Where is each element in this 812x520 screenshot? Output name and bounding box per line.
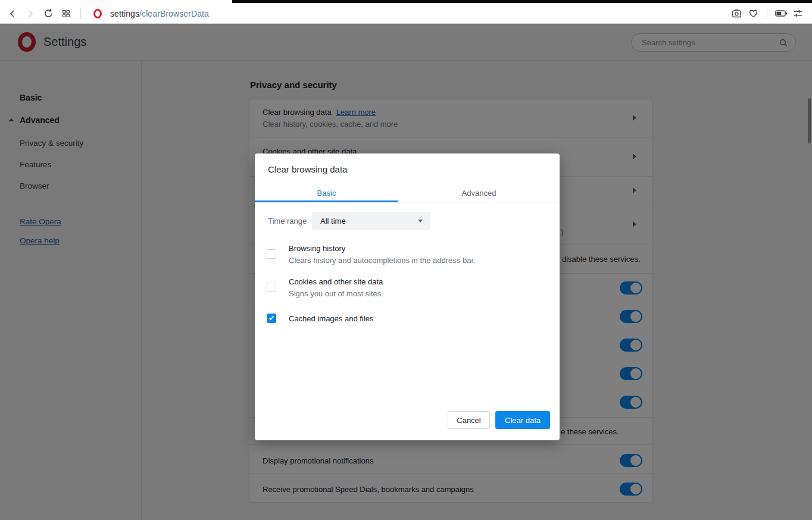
battery-saver-button[interactable] [773,5,789,23]
forward-icon [26,10,35,18]
time-range-value: All time [312,217,418,225]
option-label: Cookies and other site data [289,277,383,286]
easy-setup-button[interactable] [789,5,806,23]
tab-basic[interactable]: Basic [255,183,398,202]
tab-advanced[interactable]: Advanced [398,183,560,202]
browser-chrome: settings/clearBrowserData [0,0,812,24]
url-secondary: /clearBrowserData [139,9,209,18]
dialog-tabs: Basic Advanced [255,183,560,202]
chevron-down-icon [418,220,423,223]
forward-button[interactable] [21,5,39,23]
reload-button[interactable] [39,5,57,23]
opera-logo-icon [93,9,102,18]
address-bar[interactable]: settings/clearBrowserData [110,9,209,18]
chrome-separator [80,8,81,19]
heart-icon [748,8,758,18]
battery-icon [775,10,788,17]
option-description: Signs you out of most sites. [289,289,383,298]
tab-tiles-icon [61,9,71,18]
option-label: Browsing history [289,244,345,253]
camera-icon [732,8,742,18]
url-primary: settings [110,9,139,18]
back-icon [8,10,17,18]
checkmark-icon [268,313,275,324]
active-tab-underline [255,201,398,202]
checkbox-browsing-history[interactable] [267,249,276,259]
cancel-button[interactable]: Cancel [448,411,490,429]
dialog-title: Clear browsing data [268,164,347,174]
time-range-label: Time range [268,217,307,225]
option-description: Clears history and autocompletions in th… [289,256,476,265]
snapshot-button[interactable] [728,5,745,23]
bookmark-heart-button[interactable] [745,5,761,23]
back-button[interactable] [4,5,21,23]
checkbox-cookies-site-data[interactable] [267,283,276,292]
clear-browsing-data-dialog: Clear browsing data Basic Advanced Time … [255,154,560,440]
time-range-select[interactable]: All time [312,212,430,230]
sliders-icon [793,8,803,18]
clear-data-button[interactable]: Clear data [495,411,550,429]
checkbox-cached-images-files[interactable] [267,314,276,323]
tab-tiles-button[interactable] [57,5,75,23]
reload-icon [43,8,54,18]
chrome-separator [767,8,767,19]
option-label: Cached images and files [289,314,373,323]
